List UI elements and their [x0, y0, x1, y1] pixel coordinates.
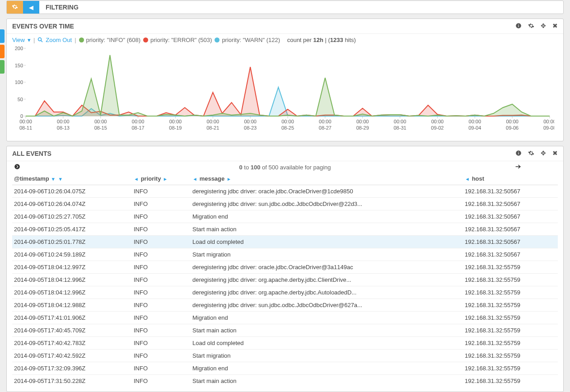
zoom-icon[interactable] — [37, 37, 43, 43]
cell-p: INFO — [132, 324, 191, 337]
cell-m: deregistering jdbc driver: org.apache.de… — [191, 286, 463, 299]
legend-label: priority: "WARN" (122) — [222, 37, 280, 43]
svg-rect-62 — [518, 153, 519, 154]
table-row[interactable]: 2014-09-05T18:04:12.997ZINFOderegisterin… — [12, 261, 558, 274]
all-events-panel: ALL EVENTS ✥ ✖ 0 to 100 of 500 available… — [6, 146, 564, 392]
table-row[interactable]: 2014-09-05T17:40:42.592ZINFOStart migrat… — [12, 350, 558, 362]
move-icon[interactable]: ✥ — [541, 150, 546, 157]
panel-gear-icon[interactable] — [528, 23, 534, 30]
legend-label: priority: "ERROR" (503) — [150, 37, 212, 43]
chart-toolbar: View ▾ | Zoom Out | priority: "INFO" (60… — [12, 37, 558, 43]
cell-p: INFO — [132, 236, 191, 248]
cell-ts: 2014-09-05T17:41:01.906Z — [12, 312, 132, 324]
cell-ts: 2014-09-06T10:24:59.189Z — [12, 248, 132, 261]
all-events-title: ALL EVENTS — [12, 150, 51, 157]
cell-p: INFO — [132, 299, 191, 312]
svg-text:09-04: 09-04 — [468, 125, 481, 131]
collapse-button[interactable]: ◀ — [23, 1, 39, 14]
cell-p: INFO — [132, 261, 191, 274]
close-icon[interactable]: ✖ — [552, 150, 558, 157]
events-chart[interactable]: 05010015020000:0008-1100:0008-1300:0008-… — [12, 46, 554, 136]
table-row[interactable]: 2014-09-05T17:31:50.228ZINFOStart main a… — [12, 375, 558, 387]
svg-text:08-19: 08-19 — [169, 125, 182, 131]
table-row[interactable]: 2014-09-06T10:25:01.778ZINFOLoad old com… — [12, 236, 558, 248]
cell-ts: 2014-09-05T17:40:42.783Z — [12, 337, 132, 350]
move-icon[interactable]: ✥ — [541, 23, 546, 30]
panel-gear-icon[interactable] — [528, 150, 534, 157]
cell-m: deregistering jdbc driver: sun.jdbc.odbc… — [191, 299, 463, 312]
svg-text:00:00: 00:00 — [57, 119, 70, 124]
pager-prev-icon[interactable] — [14, 163, 20, 171]
legend-error[interactable]: priority: "ERROR" (503) — [143, 37, 212, 43]
chevron-down-icon[interactable]: ▾ — [28, 37, 31, 43]
bucket-text: count per 12h | (1233 hits) — [287, 37, 356, 43]
svg-line-4 — [41, 40, 43, 42]
col-priority[interactable]: ◂ priority ▸ — [132, 173, 191, 185]
svg-text:00:00: 00:00 — [543, 119, 554, 124]
table-row[interactable]: 2014-09-06T10:25:27.705ZINFOMigration en… — [12, 210, 558, 223]
svg-text:100: 100 — [15, 79, 23, 85]
side-tab-3[interactable] — [0, 60, 5, 74]
table-row[interactable]: 2014-09-06T10:24:59.189ZINFOStart migrat… — [12, 248, 558, 261]
cell-ts: 2014-09-06T10:26:04.074Z — [12, 198, 132, 210]
cell-ts: 2014-09-05T18:04:12.997Z — [12, 261, 132, 274]
svg-rect-2 — [518, 24, 519, 25]
table-row[interactable]: 2014-09-06T10:26:04.074ZINFOderegisterin… — [12, 198, 558, 210]
svg-text:00:00: 00:00 — [281, 119, 294, 124]
cell-ts: 2014-09-05T17:31:50.228Z — [12, 375, 132, 387]
cell-p: INFO — [132, 362, 191, 375]
svg-text:09-06: 09-06 — [506, 125, 519, 131]
table-row[interactable]: 2014-09-06T10:25:05.417ZINFOStart main a… — [12, 223, 558, 236]
svg-text:08-31: 08-31 — [394, 125, 406, 131]
cell-h: 192.168.31.32:50567 — [463, 210, 558, 223]
side-tab-1[interactable] — [0, 29, 5, 43]
cell-h: 192.168.31.32:55759 — [463, 312, 558, 324]
cell-p: INFO — [132, 248, 191, 261]
cell-ts: 2014-09-05T17:40:45.709Z — [12, 324, 132, 337]
cell-ts: 2014-09-05T18:04:12.988Z — [12, 299, 132, 312]
move-left-icon: ◂ — [134, 177, 139, 182]
side-tab-2[interactable] — [0, 45, 5, 58]
close-icon[interactable]: ✖ — [552, 23, 558, 30]
info-icon[interactable] — [515, 23, 522, 30]
view-button[interactable]: View — [12, 37, 25, 43]
table-row[interactable]: 2014-09-05T17:40:42.783ZINFOLoad old com… — [12, 337, 558, 350]
cell-ts: 2014-09-05T18:04:12.996Z — [12, 274, 132, 286]
svg-text:08-21: 08-21 — [206, 125, 219, 131]
cell-h: 192.168.31.32:55759 — [463, 324, 558, 337]
svg-text:08-23: 08-23 — [244, 125, 257, 131]
settings-button[interactable] — [7, 1, 23, 14]
table-row[interactable]: 2014-09-05T17:41:01.906ZINFOMigration en… — [12, 312, 558, 324]
cell-h: 192.168.31.32:50567 — [463, 223, 558, 236]
table-row[interactable]: 2014-09-05T18:04:12.988ZINFOderegisterin… — [12, 299, 558, 312]
cell-h: 192.168.31.32:55759 — [463, 274, 558, 286]
caret-left-icon: ◀ — [29, 5, 33, 10]
table-row[interactable]: 2014-09-05T18:04:12.996ZINFOderegisterin… — [12, 286, 558, 299]
svg-text:00:00: 00:00 — [94, 119, 107, 124]
legend-dot-icon — [79, 37, 84, 42]
cell-m: Migration end — [191, 210, 463, 223]
table-row[interactable]: 2014-09-05T17:32:09.396ZINFOMigration en… — [12, 362, 558, 375]
table-row[interactable]: 2014-09-05T17:40:45.709ZINFOStart main a… — [12, 324, 558, 337]
zoom-out-button[interactable]: Zoom Out — [46, 37, 72, 43]
pager-next-icon[interactable] — [514, 163, 522, 172]
svg-rect-1 — [518, 25, 519, 27]
table-row[interactable]: 2014-09-06T10:26:04.075ZINFOderegisterin… — [12, 185, 558, 198]
svg-text:00:00: 00:00 — [19, 119, 32, 124]
legend-warn[interactable]: priority: "WARN" (122) — [215, 37, 280, 43]
move-left-icon: ◂ — [465, 177, 470, 182]
cell-ts: 2014-09-06T10:25:27.705Z — [12, 210, 132, 223]
col-message[interactable]: ◂ message ▸ — [191, 173, 463, 185]
col-host[interactable]: ◂ host — [463, 173, 558, 185]
svg-text:00:00: 00:00 — [469, 119, 481, 124]
info-icon[interactable] — [515, 150, 522, 157]
cell-h: 192.168.31.32:55759 — [463, 286, 558, 299]
svg-text:08-13: 08-13 — [57, 125, 70, 131]
svg-text:00:00: 00:00 — [319, 119, 332, 124]
table-row[interactable]: 2014-09-05T18:04:12.996ZINFOderegisterin… — [12, 274, 558, 286]
svg-text:08-27: 08-27 — [319, 125, 332, 131]
legend-info[interactable]: priority: "INFO" (608) — [79, 37, 140, 43]
col-timestamp[interactable]: @timestamp ▾ ▾ — [12, 173, 132, 185]
cell-h: 192.168.31.32:50567 — [463, 198, 558, 210]
cell-m: Migration end — [191, 362, 463, 375]
